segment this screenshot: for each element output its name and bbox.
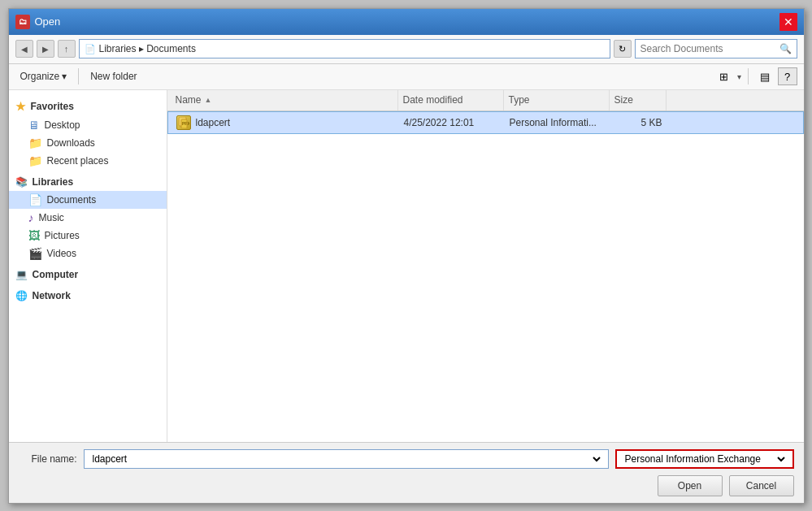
pictures-icon: 🖼 [28, 229, 40, 242]
column-header: Name ▲ Date modified Type Size [167, 90, 804, 111]
sidebar-item-label: Desktop [45, 119, 80, 131]
new-folder-label: New folder [90, 71, 137, 82]
sidebar-item-videos[interactable]: 🎬 Videos [9, 245, 167, 262]
action-row: Open Cancel [19, 475, 794, 496]
computer-icon: 💻 [15, 269, 28, 280]
open-dialog: 🗂 Open ✕ ◀ ▶ ↑ 📄 Libraries ▸ Documents ↻… [8, 8, 805, 504]
favorites-section: ★ Favorites 🖥 Desktop 📁 Downloads 📁 Rece… [9, 97, 167, 170]
sidebar-item-pictures[interactable]: 🖼 Pictures [9, 227, 167, 245]
file-type-icon: PFX [176, 115, 191, 130]
organize-arrow: ▾ [62, 71, 67, 82]
favorites-label: Favorites [31, 101, 74, 112]
path-box[interactable]: 📄 Libraries ▸ Documents [79, 39, 610, 58]
desktop-icon: 🖥 [28, 119, 40, 132]
view-button-grid[interactable]: ⊞ [714, 67, 734, 85]
toolbar-separator-2 [748, 68, 749, 84]
sidebar-item-downloads[interactable]: 📁 Downloads [9, 134, 167, 152]
cancel-button[interactable]: Cancel [729, 475, 794, 496]
file-size-cell: 5 KB [610, 117, 667, 128]
title-bar: 🗂 Open ✕ [9, 9, 804, 35]
network-section: 🌐 Network [9, 287, 167, 305]
title-bar-left: 🗂 Open [15, 15, 61, 29]
forward-button[interactable]: ▶ [37, 40, 54, 58]
network-icon: 🌐 [15, 290, 28, 301]
toolbar: Organize ▾ New folder ⊞ ▾ ▤ ? [9, 64, 804, 90]
libraries-icon: 📚 [15, 176, 28, 188]
network-header[interactable]: 🌐 Network [9, 287, 167, 305]
libraries-header[interactable]: 📚 Libraries [9, 173, 167, 191]
file-name-row: File name: ldapcert Personal Information… [19, 449, 794, 469]
organize-label: Organize [20, 71, 60, 82]
favorites-star-icon: ★ [15, 100, 26, 113]
toolbar-right: ⊞ ▾ ▤ ? [714, 67, 797, 85]
file-type-dropdown[interactable]: Personal Information Exchange [615, 449, 794, 469]
toolbar-separator [78, 68, 79, 84]
path-icon: 📄 [85, 44, 96, 54]
libraries-section: 📚 Libraries 📄 Documents ♪ Music 🖼 Pictur… [9, 173, 167, 262]
file-type: Personal Informati... [510, 117, 597, 128]
col-date-label: Date modified [403, 94, 463, 106]
organize-button[interactable]: Organize ▾ [15, 68, 72, 84]
col-type-label: Type [509, 94, 530, 106]
file-name-label: File name: [19, 453, 77, 465]
col-name-label: Name [176, 94, 202, 106]
file-list: PFX ldapcert 4/25/2022 12:01 Personal In… [167, 111, 804, 442]
sidebar: ★ Favorites 🖥 Desktop 📁 Downloads 📁 Rece… [9, 90, 167, 442]
new-folder-button[interactable]: New folder [85, 68, 141, 84]
col-header-type[interactable]: Type [504, 90, 610, 110]
col-header-name[interactable]: Name ▲ [171, 90, 398, 110]
sidebar-item-music[interactable]: ♪ Music [9, 209, 167, 227]
file-size: 5 KB [640, 117, 662, 128]
file-name-input-wrapper[interactable]: ldapcert [84, 449, 609, 469]
app-icon: 🗂 [15, 15, 30, 29]
file-type-select[interactable]: Personal Information Exchange [622, 453, 788, 466]
file-name-select[interactable]: ldapcert [89, 453, 603, 466]
close-button[interactable]: ✕ [779, 13, 797, 31]
address-bar: ◀ ▶ ↑ 📄 Libraries ▸ Documents ↻ 🔍 [9, 35, 804, 64]
sidebar-item-desktop[interactable]: 🖥 Desktop [9, 116, 167, 134]
sidebar-item-label: Downloads [47, 137, 95, 149]
computer-label: Computer [33, 269, 79, 280]
main-area: ★ Favorites 🖥 Desktop 📁 Downloads 📁 Rece… [9, 90, 804, 442]
favorites-header[interactable]: ★ Favorites [9, 97, 167, 116]
path-text: Libraries ▸ Documents [99, 43, 196, 54]
table-row[interactable]: PFX ldapcert 4/25/2022 12:01 Personal In… [167, 111, 804, 134]
file-type-cell: Personal Informati... [505, 117, 610, 128]
file-name-cell: PFX ldapcert [172, 115, 399, 130]
open-button[interactable]: Open [658, 475, 723, 496]
file-date-cell: 4/25/2022 12:01 [399, 117, 505, 128]
sidebar-item-recent[interactable]: 📁 Recent places [9, 152, 167, 170]
recent-icon: 📁 [28, 154, 42, 167]
sort-arrow: ▲ [205, 96, 212, 104]
col-header-size[interactable]: Size [610, 90, 667, 110]
libraries-label: Libraries [33, 176, 74, 188]
sidebar-item-label: Documents [47, 194, 97, 206]
sidebar-item-label: Videos [47, 248, 76, 259]
music-icon: ♪ [28, 211, 34, 224]
view-arrow[interactable]: ▾ [737, 72, 741, 81]
help-button[interactable]: ? [778, 67, 797, 85]
file-area: Name ▲ Date modified Type Size [167, 90, 804, 442]
bottom-area: File name: ldapcert Personal Information… [9, 442, 804, 503]
videos-icon: 🎬 [28, 247, 42, 260]
network-label: Network [33, 290, 71, 301]
sidebar-item-label: Pictures [45, 230, 80, 241]
up-button[interactable]: ↑ [58, 40, 76, 58]
view-button-detail[interactable]: ▤ [755, 67, 775, 85]
col-size-label: Size [614, 94, 633, 106]
search-icon: 🔍 [779, 43, 792, 54]
back-button[interactable]: ◀ [15, 40, 33, 58]
sidebar-item-documents[interactable]: 📄 Documents [9, 191, 167, 209]
downloads-icon: 📁 [28, 136, 42, 149]
dialog-title: Open [35, 15, 61, 28]
sidebar-item-label: Recent places [47, 155, 109, 167]
search-box[interactable]: 🔍 [635, 39, 797, 58]
computer-header[interactable]: 💻 Computer [9, 266, 167, 284]
refresh-button[interactable]: ↻ [614, 40, 632, 58]
col-header-date[interactable]: Date modified [398, 90, 504, 110]
file-name: ldapcert [196, 117, 231, 128]
search-input[interactable] [640, 43, 779, 54]
svg-text:PFX: PFX [182, 121, 189, 126]
sidebar-item-label: Music [39, 212, 64, 223]
documents-icon: 📄 [28, 193, 42, 206]
